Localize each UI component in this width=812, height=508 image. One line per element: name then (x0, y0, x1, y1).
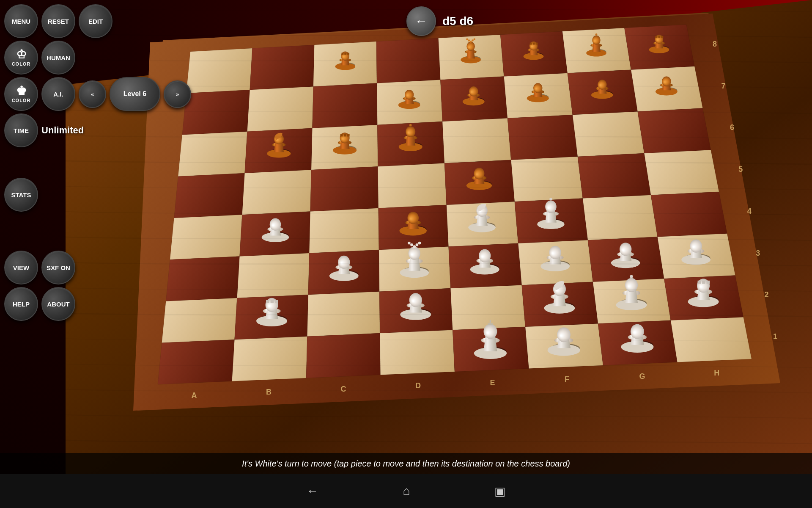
about-button[interactable]: ABOUT (41, 287, 75, 321)
nav-back-button[interactable]: ← (307, 484, 318, 498)
help-row: HELP ABOUT (4, 287, 191, 321)
time-button[interactable]: TIME (4, 113, 38, 147)
back-move-button[interactable]: ← (406, 6, 436, 36)
help-button[interactable]: HELP (4, 287, 38, 321)
top-button-row: MENU RESET EDIT (4, 4, 191, 38)
edit-button[interactable]: EDIT (79, 4, 112, 38)
level-display: Level 6 (110, 77, 160, 111)
color1-button[interactable]: ♔ COLOR (4, 41, 38, 75)
time-row: TIME Unlimited (4, 113, 191, 147)
level-next-button[interactable]: » (164, 80, 191, 108)
last-move-text: d5 d6 (442, 14, 473, 28)
color1-row: ♔ COLOR HUMAN (4, 41, 191, 75)
view-button[interactable]: VIEW (4, 251, 38, 284)
menu-button[interactable]: MENU (4, 4, 38, 38)
stats-button[interactable]: STATS (4, 178, 38, 212)
ai-button[interactable]: A.I. (41, 77, 75, 111)
move-indicator: ← d5 d6 (406, 6, 473, 36)
stats-row: STATS (4, 178, 191, 212)
status-bar: It's White's turn to move (tap piece to … (0, 453, 812, 474)
sxf-button[interactable]: SXF ON (41, 251, 75, 284)
left-panel: MENU RESET EDIT ♔ COLOR HUMAN ♚ COLOR A.… (4, 4, 191, 321)
human-button[interactable]: HUMAN (41, 41, 75, 75)
reset-button[interactable]: RESET (41, 4, 75, 38)
back-arrow-icon: ← (415, 14, 428, 28)
color2-button[interactable]: ♚ COLOR (4, 77, 38, 111)
ai-row: ♚ COLOR A.I. « Level 6 » (4, 77, 191, 111)
nav-recent-button[interactable]: ▣ (494, 484, 505, 498)
level-prev-button[interactable]: « (79, 80, 106, 108)
time-value: Unlimited (41, 125, 84, 136)
navigation-bar: ← ⌂ ▣ (0, 474, 812, 508)
nav-home-button[interactable]: ⌂ (403, 484, 410, 498)
view-row: VIEW SXF ON (4, 251, 191, 284)
status-message: It's White's turn to move (tap piece to … (242, 459, 570, 469)
